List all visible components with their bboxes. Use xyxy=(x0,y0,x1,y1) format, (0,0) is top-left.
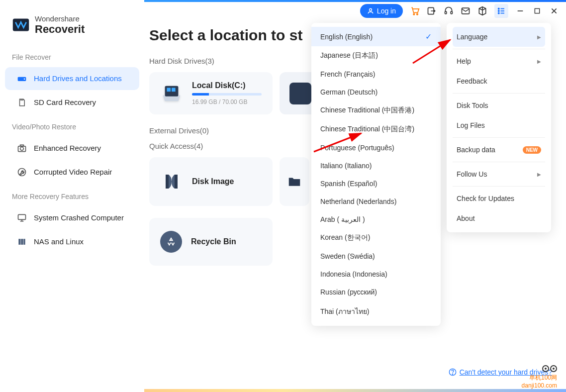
sidebar-item-sd-card[interactable]: SD Card Recovery xyxy=(5,91,139,114)
settings-item-about[interactable]: About xyxy=(453,208,545,228)
language-option[interactable]: English (English)✓ xyxy=(311,27,441,46)
settings-item-disk-tools[interactable]: Disk Tools xyxy=(453,96,545,115)
settings-item-label: Check for Updates xyxy=(457,195,514,202)
language-option[interactable]: German (Deutsch) xyxy=(311,83,441,101)
language-option-label: Chinese Traditional (中国香港) xyxy=(320,106,414,115)
sidebar-item-label: Corrupted Video Repair xyxy=(34,168,112,176)
svg-rect-27 xyxy=(18,239,20,245)
settings-item-help[interactable]: Help ▶ xyxy=(453,51,545,71)
language-option-label: Sweden (Swédia) xyxy=(320,252,375,260)
nav-section-video-photo: Video/Photo Restore xyxy=(0,115,144,136)
settings-item-log-files[interactable]: Log Files xyxy=(453,115,545,135)
language-option-label: Japanese (日本語) xyxy=(320,51,378,60)
settings-item-check-updates[interactable]: Check for Updates xyxy=(453,189,545,208)
settings-item-feedback[interactable]: Feedback xyxy=(453,71,545,91)
settings-item-label: Help xyxy=(457,57,471,65)
language-option[interactable]: French (Français) xyxy=(311,65,441,83)
svg-rect-14 xyxy=(535,8,539,13)
folder-icon xyxy=(284,170,304,193)
drive-size: 16.99 GB / 70.00 GB xyxy=(192,98,262,105)
chevron-right-icon: ▶ xyxy=(537,59,541,64)
logo-icon xyxy=(12,16,30,34)
sidebar-item-corrupted-video[interactable]: Corrupted Video Repair xyxy=(5,161,139,184)
language-option[interactable]: Chinese Traditional (中国台湾) xyxy=(311,120,441,139)
cart-icon[interactable] xyxy=(410,6,420,16)
quick-card-recycle-bin[interactable]: Recycle Bin xyxy=(149,218,273,266)
language-option-label: German (Deutsch) xyxy=(320,88,377,96)
list-menu-icon[interactable] xyxy=(494,4,508,18)
language-option-label: Indonesia (Indonesia) xyxy=(320,270,387,278)
language-option-label: Italiano (Italiano) xyxy=(320,162,372,170)
language-option-label: Portuguese (Português) xyxy=(320,144,394,152)
drive-disk-icon xyxy=(160,82,183,105)
language-option[interactable]: Chinese Traditional (中国香港) xyxy=(311,101,441,120)
chevron-right-icon: ▶ xyxy=(537,172,541,177)
language-option[interactable]: Spanish (Español) xyxy=(311,175,441,193)
sidebar-item-crashed-computer[interactable]: System Crashed Computer xyxy=(5,206,139,229)
drive-card-local-c[interactable]: Local Disk(C:) 16.99 GB / 70.00 GB xyxy=(149,72,273,114)
disk-image-icon xyxy=(160,170,183,193)
language-option[interactable]: Russian (русский) xyxy=(311,283,441,301)
drive-disk-icon xyxy=(289,83,311,104)
settings-item-backup-data[interactable]: Backup data NEW xyxy=(453,140,545,160)
user-icon xyxy=(367,7,374,14)
sidebar-item-label: System Crashed Computer xyxy=(34,213,124,222)
settings-item-label: Log Files xyxy=(457,121,485,129)
svg-point-2 xyxy=(417,13,418,14)
sidebar-item-enhanced-recovery[interactable]: Enhanced Recovery xyxy=(5,137,139,160)
language-option[interactable]: Italiano (Italiano) xyxy=(311,157,441,175)
svg-point-21 xyxy=(20,147,24,150)
language-option[interactable]: Indonesia (Indonesia) xyxy=(311,265,441,283)
quick-card-disk-image[interactable]: Disk Image xyxy=(149,157,273,206)
language-option-label: French (Français) xyxy=(320,70,375,78)
svg-rect-24 xyxy=(18,214,26,219)
watermark: 单机100网 danji100.com xyxy=(522,365,557,389)
import-icon[interactable] xyxy=(427,6,437,16)
settings-item-label: Disk Tools xyxy=(457,101,488,109)
settings-item-label: Backup data xyxy=(457,146,495,154)
svg-rect-31 xyxy=(167,88,171,92)
cube-icon[interactable] xyxy=(477,6,487,16)
wrench-icon xyxy=(17,167,27,177)
recycle-bin-icon xyxy=(160,231,182,253)
logo-line2: Recoverit xyxy=(35,23,85,35)
sidebar-item-nas-linux[interactable]: NAS and Linux xyxy=(5,230,139,253)
settings-dropdown: Language ▶ Help ▶ Feedback Disk Tools Lo… xyxy=(447,23,551,232)
svg-point-34 xyxy=(452,374,453,374)
camera-icon xyxy=(17,143,27,153)
sidebar-item-hard-drives[interactable]: Hard Drives and Locations xyxy=(5,67,139,90)
language-option-label: Spanish (Español) xyxy=(320,180,377,188)
minimize-icon[interactable] xyxy=(515,6,525,16)
language-option-label: Russian (русский) xyxy=(320,288,377,296)
svg-point-11 xyxy=(498,12,499,13)
settings-item-label: Language xyxy=(457,33,487,41)
language-option[interactable]: Japanese (日本語) xyxy=(311,46,441,65)
nas-icon xyxy=(17,237,27,247)
language-option[interactable]: Thai (ภาษาไทย) xyxy=(311,301,441,322)
mail-icon[interactable] xyxy=(461,6,471,16)
help-circle-icon xyxy=(449,368,457,376)
language-option-label: Korean (한국어) xyxy=(320,233,370,242)
sidebar-item-label: Enhanced Recovery xyxy=(34,144,101,152)
settings-item-follow-us[interactable]: Follow Us ▶ xyxy=(453,164,545,184)
svg-rect-17 xyxy=(13,19,29,31)
svg-point-0 xyxy=(370,8,372,11)
headset-icon[interactable] xyxy=(444,6,454,16)
sidebar-item-label: Hard Drives and Locations xyxy=(34,74,122,83)
language-option[interactable]: Netherland (Nederlands) xyxy=(311,193,441,210)
maximize-icon[interactable] xyxy=(532,6,542,16)
quick-card-placeholder[interactable] xyxy=(280,157,309,206)
language-option[interactable]: Sweden (Swédia) xyxy=(311,247,441,265)
language-option-label: English (English) xyxy=(320,33,373,41)
language-option[interactable]: Arab ( العربية ) xyxy=(311,210,441,228)
language-option[interactable]: Portuguese (Português) xyxy=(311,139,441,157)
close-icon[interactable] xyxy=(549,6,559,16)
svg-point-1 xyxy=(413,13,415,14)
settings-item-language[interactable]: Language ▶ xyxy=(453,27,545,47)
language-option-label: Netherland (Nederlands) xyxy=(320,197,396,205)
login-button[interactable]: Log in xyxy=(360,4,403,18)
language-option-label: Arab ( العربية ) xyxy=(320,215,365,223)
sd-card-icon xyxy=(17,98,27,107)
language-option[interactable]: Korean (한국어) xyxy=(311,228,441,247)
drive-name: Local Disk(C:) xyxy=(192,81,262,90)
